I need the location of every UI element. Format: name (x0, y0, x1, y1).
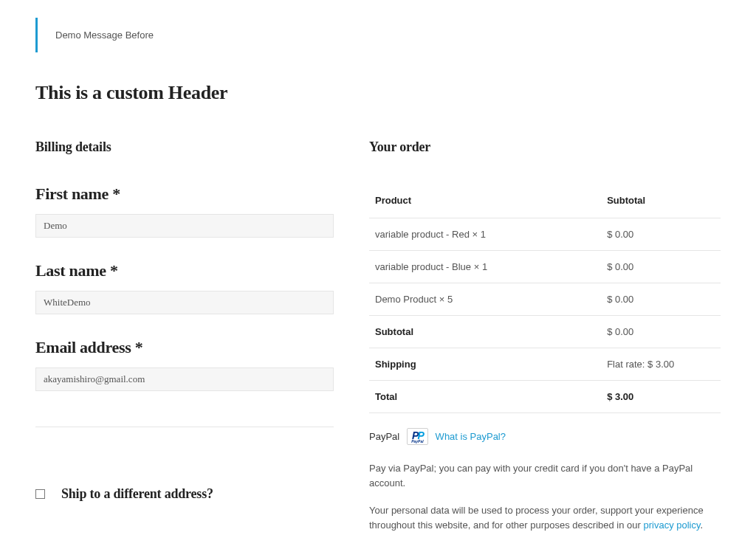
ship-different-row: Ship to a different address? (35, 486, 334, 502)
product-qty: × 1 (474, 261, 487, 272)
privacy-policy-link[interactable]: privacy policy (643, 520, 700, 531)
product-price: $ 0.00 (601, 283, 721, 316)
last-name-input[interactable] (35, 291, 334, 314)
product-cell: variable product - Red × 1 (369, 218, 601, 251)
product-cell: Demo Product × 5 (369, 283, 601, 316)
table-row: variable product - Blue × 1$ 0.00 (369, 251, 721, 283)
payment-method-label: PayPal (369, 431, 399, 442)
first-name-field: First name * (35, 184, 334, 238)
subtotal-value: $ 0.00 (601, 316, 721, 348)
email-input[interactable] (35, 367, 334, 391)
order-heading: Your order (369, 139, 721, 155)
first-name-label: First name * (35, 184, 334, 204)
product-price: $ 0.00 (601, 251, 721, 283)
col-subtotal: Subtotal (601, 184, 721, 218)
product-price: $ 0.00 (601, 218, 721, 251)
paypal-icon: PP PayPal (407, 428, 427, 445)
product-cell: variable product - Blue × 1 (369, 251, 601, 283)
email-label: Email address * (35, 338, 334, 357)
total-value: $ 3.00 (601, 381, 721, 413)
last-name-label: Last name * (35, 261, 334, 280)
order-table: Product Subtotal variable product - Red … (369, 184, 721, 413)
ship-different-label[interactable]: Ship to a different address? (61, 486, 213, 502)
product-name: Demo Product (375, 294, 439, 305)
shipping-label: Shipping (369, 348, 601, 381)
table-row: variable product - Red × 1$ 0.00 (369, 218, 721, 251)
payment-method-row: PayPal PP PayPal What is PayPal? (369, 428, 721, 445)
product-name: variable product - Blue (375, 261, 474, 272)
product-qty: × 1 (472, 229, 486, 240)
demo-message-text: Demo Message Before (55, 30, 154, 41)
product-qty: × 5 (439, 294, 453, 305)
demo-message-alert: Demo Message Before (35, 18, 721, 52)
shipping-value: Flat rate: $ 3.00 (601, 348, 721, 381)
payment-description: Pay via PayPal; you can pay with your cr… (369, 461, 721, 490)
subtotal-label: Subtotal (369, 316, 601, 348)
ship-different-checkbox[interactable] (35, 489, 45, 499)
billing-heading: Billing details (35, 139, 334, 155)
divider (35, 427, 334, 427)
table-row: Demo Product × 5$ 0.00 (369, 283, 721, 316)
col-product: Product (369, 184, 601, 218)
page-title: This is a custom Header (35, 82, 721, 104)
privacy-text: Your personal data will be used to proce… (369, 503, 721, 532)
what-is-paypal-link[interactable]: What is PayPal? (436, 431, 506, 442)
product-name: variable product - Red (375, 229, 472, 240)
first-name-input[interactable] (35, 214, 334, 238)
total-label: Total (369, 381, 601, 413)
email-field: Email address * (35, 338, 334, 391)
last-name-field: Last name * (35, 261, 334, 314)
